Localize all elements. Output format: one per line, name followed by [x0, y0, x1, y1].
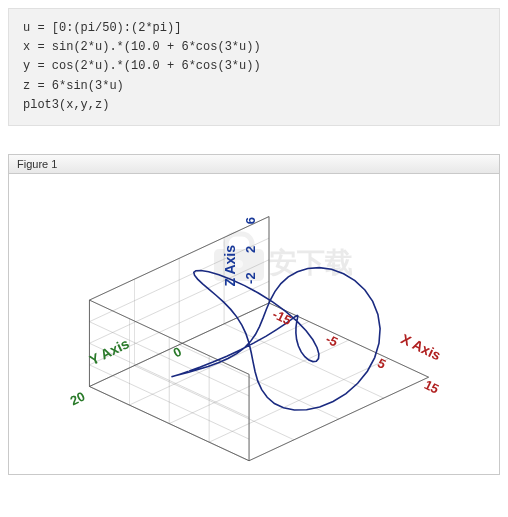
- code-line-5: plot3(x,y,z): [23, 98, 109, 112]
- svg-text:Z Axis: Z Axis: [222, 245, 238, 287]
- code-line-4: z = 6*sin(3*u): [23, 79, 124, 93]
- plot-3d: -15-5515020-226 X AxisY AxisZ Axis: [24, 179, 484, 469]
- svg-text:X Axis: X Axis: [398, 331, 443, 364]
- code-line-3: y = cos(2*u).*(10.0 + 6*cos(3*u)): [23, 59, 261, 73]
- figure-title-bar[interactable]: Figure 1: [9, 155, 499, 174]
- svg-text:20: 20: [68, 388, 88, 408]
- figure-body[interactable]: 安下载 -15-5515020-226 X AxisY AxisZ Axis: [9, 174, 499, 474]
- svg-text:15: 15: [422, 377, 442, 397]
- code-line-2: x = sin(2*u).*(10.0 + 6*cos(3*u)): [23, 40, 261, 54]
- svg-text:6: 6: [243, 217, 258, 224]
- figure-title-label: Figure 1: [17, 158, 57, 170]
- svg-text:Y Axis: Y Axis: [87, 335, 132, 368]
- plot-grid: [89, 216, 428, 460]
- plot-curve: [171, 268, 380, 410]
- figure-window: Figure 1 安下载 -15-5515020-226 X AxisY Axi…: [8, 154, 500, 475]
- axis-labels: X AxisY AxisZ Axis: [87, 245, 444, 368]
- svg-text:-15: -15: [270, 306, 293, 328]
- svg-text:2: 2: [243, 246, 258, 253]
- code-block: u = [0:(pi/50):(2*pi)] x = sin(2*u).*(10…: [8, 8, 500, 126]
- svg-text:-2: -2: [243, 272, 258, 284]
- svg-text:5: 5: [375, 355, 388, 372]
- svg-text:-5: -5: [323, 331, 340, 350]
- code-line-1: u = [0:(pi/50):(2*pi)]: [23, 21, 181, 35]
